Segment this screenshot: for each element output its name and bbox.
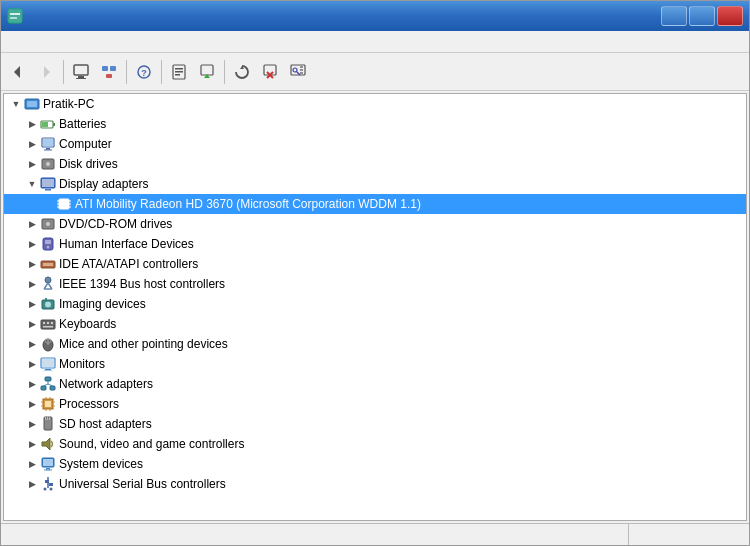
- svg-rect-41: [42, 179, 54, 187]
- tree-item[interactable]: ▶ Imaging devices: [4, 294, 746, 314]
- expander[interactable]: ▶: [24, 256, 40, 272]
- item-label: Mice and other pointing devices: [59, 337, 228, 351]
- expander[interactable]: ▶: [24, 376, 40, 392]
- svg-rect-10: [106, 74, 112, 78]
- title-buttons: [661, 6, 743, 26]
- tree-item[interactable]: ▶ Network adapters: [4, 374, 746, 394]
- svg-rect-79: [45, 377, 51, 381]
- item-icon: [40, 116, 56, 132]
- expander[interactable]: ▶: [24, 476, 40, 492]
- expander[interactable]: ▶: [24, 356, 40, 372]
- tree-item[interactable]: ▶ Human Interface Devices: [4, 234, 746, 254]
- item-icon: [40, 336, 56, 352]
- svg-rect-16: [175, 74, 180, 76]
- tree-item[interactable]: ▶ Universal Serial Bus controllers: [4, 474, 746, 494]
- toolbar-separator-3: [161, 60, 162, 84]
- tree-item[interactable]: ▶ Mice and other pointing devices: [4, 334, 746, 354]
- expander[interactable]: ▶: [24, 136, 40, 152]
- expander[interactable]: ▼: [24, 176, 40, 192]
- svg-point-55: [47, 246, 50, 249]
- tree-item[interactable]: ▶ IDE ATA/ATAPI controllers: [4, 254, 746, 274]
- svg-rect-66: [43, 322, 45, 324]
- expander[interactable]: ▶: [24, 296, 40, 312]
- expander[interactable]: ▶: [24, 416, 40, 432]
- root-expander[interactable]: ▼: [8, 96, 24, 112]
- item-label: Universal Serial Bus controllers: [59, 477, 226, 491]
- expander[interactable]: ▶: [24, 456, 40, 472]
- svg-rect-6: [78, 76, 84, 78]
- expander[interactable]: ▶: [24, 216, 40, 232]
- item-label: Computer: [59, 137, 112, 151]
- item-label: Disk drives: [59, 157, 118, 171]
- menu-file[interactable]: [5, 40, 21, 44]
- menu-action[interactable]: [21, 40, 37, 44]
- item-icon: [40, 416, 56, 432]
- tree-item[interactable]: ▶ System devices: [4, 454, 746, 474]
- item-icon: [40, 156, 56, 172]
- svg-point-24: [293, 68, 297, 72]
- expander[interactable]: ▶: [24, 336, 40, 352]
- minimize-button[interactable]: [661, 6, 687, 26]
- expander[interactable]: ▶: [24, 436, 40, 452]
- uninstall-button[interactable]: [257, 59, 283, 85]
- expander[interactable]: ▶: [24, 156, 40, 172]
- help-button[interactable]: ?: [131, 59, 157, 85]
- svg-rect-98: [49, 417, 50, 420]
- expander[interactable]: ▶: [24, 116, 40, 132]
- svg-rect-64: [45, 298, 47, 300]
- refresh-button[interactable]: [229, 59, 255, 85]
- svg-rect-36: [46, 148, 50, 150]
- menu-bar: [1, 31, 749, 53]
- tree-item[interactable]: ATI Mobility Radeon HD 3670 (Microsoft C…: [4, 194, 746, 214]
- tree-item[interactable]: ▶ Batteries: [4, 114, 746, 134]
- expander[interactable]: ▶: [24, 276, 40, 292]
- expander[interactable]: ▶: [24, 236, 40, 252]
- expander[interactable]: ▶: [24, 316, 40, 332]
- menu-help[interactable]: [53, 40, 69, 44]
- resources-type-button[interactable]: [96, 59, 122, 85]
- item-icon: [40, 316, 56, 332]
- svg-rect-78: [44, 370, 52, 371]
- menu-view[interactable]: [37, 40, 53, 44]
- item-label: IDE ATA/ATAPI controllers: [59, 257, 198, 271]
- device-view-button[interactable]: [68, 59, 94, 85]
- forward-button[interactable]: [33, 59, 59, 85]
- update-driver-button[interactable]: [194, 59, 220, 85]
- svg-rect-5: [74, 65, 88, 75]
- expander[interactable]: ▶: [24, 396, 40, 412]
- tree-item[interactable]: ▼ Display adapters: [4, 174, 746, 194]
- tree-item[interactable]: ▶ IEEE 1394 Bus host controllers: [4, 274, 746, 294]
- scan-button[interactable]: [285, 59, 311, 85]
- svg-rect-71: [51, 326, 53, 328]
- tree-item[interactable]: ▶ SD host adapters: [4, 414, 746, 434]
- svg-line-60: [48, 283, 52, 289]
- item-icon: [40, 436, 56, 452]
- tree-item[interactable]: ▶ Keyboards: [4, 314, 746, 334]
- tree-item[interactable]: ▶ Processors: [4, 394, 746, 414]
- back-button[interactable]: [5, 59, 31, 85]
- svg-point-107: [44, 488, 47, 491]
- svg-rect-2: [10, 17, 17, 19]
- device-tree[interactable]: ▼ Pratik-PC ▶ Batteries ▶ Computer ▶ Dis…: [3, 93, 747, 521]
- tree-root[interactable]: ▼ Pratik-PC: [4, 94, 746, 114]
- tree-item[interactable]: ▶ Monitors: [4, 354, 746, 374]
- svg-rect-102: [46, 468, 50, 470]
- tree-item[interactable]: ▶ Sound, video and game controllers: [4, 434, 746, 454]
- svg-rect-81: [50, 386, 55, 390]
- properties-button[interactable]: [166, 59, 192, 85]
- tree-item[interactable]: ▶ Computer: [4, 134, 746, 154]
- item-icon: [56, 196, 72, 212]
- expander: [40, 196, 56, 212]
- svg-rect-1: [10, 13, 20, 15]
- close-button[interactable]: [717, 6, 743, 26]
- tree-item[interactable]: ▶ DVD/CD-ROM drives: [4, 214, 746, 234]
- root-label: Pratik-PC: [43, 97, 94, 111]
- title-bar-left: [7, 8, 29, 24]
- maximize-button[interactable]: [689, 6, 715, 26]
- item-label: Monitors: [59, 357, 105, 371]
- tree-item[interactable]: ▶ Disk drives: [4, 154, 746, 174]
- svg-rect-20: [264, 65, 276, 75]
- svg-rect-65: [41, 320, 55, 329]
- item-label: Human Interface Devices: [59, 237, 194, 251]
- item-icon: [40, 136, 56, 152]
